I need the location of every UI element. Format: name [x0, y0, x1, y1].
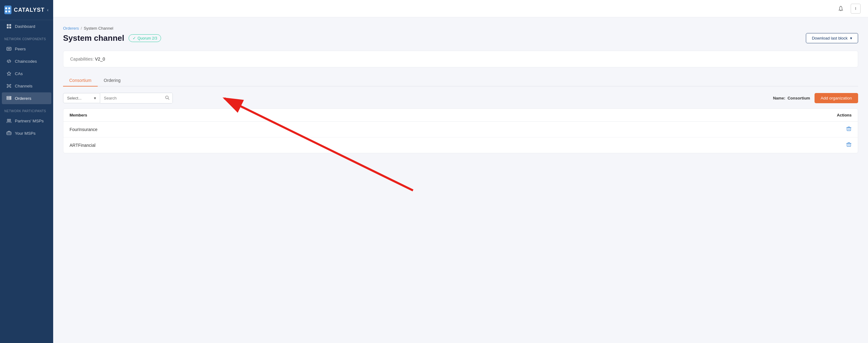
sidebar-item-chaincodes[interactable]: Chaincodes	[2, 55, 51, 67]
col-members: Members	[69, 113, 87, 118]
orderers-icon	[6, 95, 12, 101]
svg-point-26	[9, 119, 11, 121]
sidebar-item-label: Channels	[15, 84, 32, 88]
sidebar-item-label: Orderers	[15, 96, 31, 101]
sidebar-item-dashboard[interactable]: Dashboard	[2, 21, 51, 32]
table-header: Members Actions	[63, 109, 858, 122]
quorum-text: Quorum 2/3	[137, 36, 157, 40]
sidebar-item-label: Chaincodes	[15, 59, 37, 64]
delete-row-0-icon[interactable]	[846, 126, 851, 133]
partners-icon	[6, 118, 12, 124]
breadcrumb: Orderers / System Channel	[63, 26, 858, 31]
svg-rect-0	[5, 7, 7, 9]
sidebar-item-cas[interactable]: CAs	[2, 68, 51, 80]
name-prefix: Name:	[773, 96, 785, 100]
sidebar-item-partners-msps[interactable]: Partners' MSPs	[2, 115, 51, 127]
your-msps-icon	[6, 130, 12, 136]
logo-icon	[4, 6, 11, 14]
page-header-left: System channel ✓ Quorum 2/3	[63, 33, 161, 43]
network-participants-label: Network participants	[0, 104, 53, 115]
cas-icon	[6, 71, 12, 76]
sidebar-item-your-msps[interactable]: Your MSPs	[2, 127, 51, 139]
capabilities-value: V2_0	[95, 57, 105, 62]
svg-line-30	[168, 99, 169, 100]
members-table: Members Actions FourInsurance	[63, 108, 858, 153]
add-organization-button[interactable]: Add organization	[814, 93, 858, 103]
sidebar-item-peers[interactable]: Peers	[2, 43, 51, 55]
download-chevron-icon: ▾	[850, 36, 852, 40]
svg-rect-9	[8, 48, 8, 50]
svg-rect-31	[847, 128, 851, 131]
notification-bell-icon[interactable]	[836, 4, 846, 13]
breadcrumb-separator: /	[81, 26, 82, 31]
name-label: Name: Consortium	[773, 96, 810, 100]
page-title: System channel	[63, 33, 124, 43]
svg-rect-3	[8, 10, 10, 12]
sidebar: CATALYST ‹ Dashboard Network components …	[0, 0, 53, 343]
filter-row: Select... ▾	[63, 93, 858, 103]
select-chevron-icon: ▾	[94, 96, 96, 100]
breadcrumb-current: System Channel	[84, 26, 113, 31]
tab-consortium[interactable]: Consortium	[63, 75, 98, 87]
svg-line-17	[8, 85, 8, 85]
select-dropdown[interactable]: Select... ▾	[63, 93, 100, 103]
svg-rect-5	[9, 24, 11, 26]
quorum-check-icon: ✓	[133, 36, 136, 40]
sidebar-item-label: Peers	[15, 46, 26, 51]
svg-point-24	[10, 99, 10, 99]
svg-line-18	[10, 85, 10, 85]
sidebar-item-orderers[interactable]: Orderers	[2, 92, 51, 104]
collapse-icon[interactable]: ‹	[47, 7, 49, 12]
svg-point-12	[8, 85, 10, 87]
svg-rect-2	[5, 10, 7, 12]
svg-rect-1	[8, 7, 10, 9]
user-avatar[interactable]: I	[851, 4, 861, 13]
svg-point-25	[7, 119, 9, 121]
member-name: FourInsurance	[69, 127, 97, 132]
channels-icon	[6, 83, 12, 89]
table-row: FourInsurance	[63, 122, 858, 137]
page-content: Orderers / System Channel System channel…	[53, 17, 868, 162]
svg-rect-7	[9, 27, 11, 28]
quorum-badge: ✓ Quorum 2/3	[129, 34, 161, 42]
capabilities-label: Capabilities:	[70, 57, 94, 62]
page-header: System channel ✓ Quorum 2/3 Download las…	[63, 33, 858, 43]
svg-line-19	[8, 87, 8, 87]
svg-line-20	[10, 87, 10, 87]
svg-rect-6	[7, 27, 9, 28]
filter-left: Select... ▾	[63, 93, 173, 103]
table-row: ARTFinancial	[63, 137, 858, 153]
tabs-bar: Consortium Ordering	[63, 75, 858, 87]
dashboard-icon	[6, 24, 12, 29]
sidebar-item-channels[interactable]: Channels	[2, 80, 51, 92]
filter-right: Name: Consortium Add organization	[773, 93, 858, 103]
sidebar-item-label: Partners' MSPs	[15, 119, 43, 123]
svg-rect-10	[9, 48, 9, 50]
sidebar-item-label: CAs	[15, 71, 23, 76]
svg-rect-32	[847, 144, 851, 147]
col-actions: Actions	[837, 113, 851, 118]
member-name: ARTFinancial	[69, 143, 95, 148]
app-name: CATALYST	[14, 7, 45, 13]
main-content: I Orderers / System Channel System chann…	[53, 0, 868, 343]
search-input[interactable]	[100, 93, 162, 103]
app-logo[interactable]: CATALYST ‹	[0, 0, 53, 20]
download-last-block-button[interactable]: Download last block ▾	[806, 33, 858, 43]
svg-point-23	[10, 97, 10, 97]
breadcrumb-parent[interactable]: Orderers	[63, 26, 79, 31]
delete-row-1-icon[interactable]	[846, 142, 851, 149]
tab-ordering[interactable]: Ordering	[98, 75, 127, 87]
peers-icon	[6, 46, 12, 52]
svg-rect-11	[9, 48, 10, 50]
capabilities-card: Capabilities: V2_0	[63, 51, 858, 67]
name-value: Consortium	[787, 96, 810, 100]
content-wrapper: Orderers / System Channel System channel…	[53, 17, 868, 343]
chaincodes-icon	[6, 58, 12, 64]
search-box	[100, 93, 173, 103]
svg-rect-4	[7, 24, 9, 26]
search-button[interactable]	[162, 93, 173, 103]
topbar: I	[53, 0, 868, 17]
select-placeholder: Select...	[67, 96, 82, 100]
download-btn-label: Download last block	[812, 36, 847, 40]
sidebar-item-label: Your MSPs	[15, 131, 35, 136]
